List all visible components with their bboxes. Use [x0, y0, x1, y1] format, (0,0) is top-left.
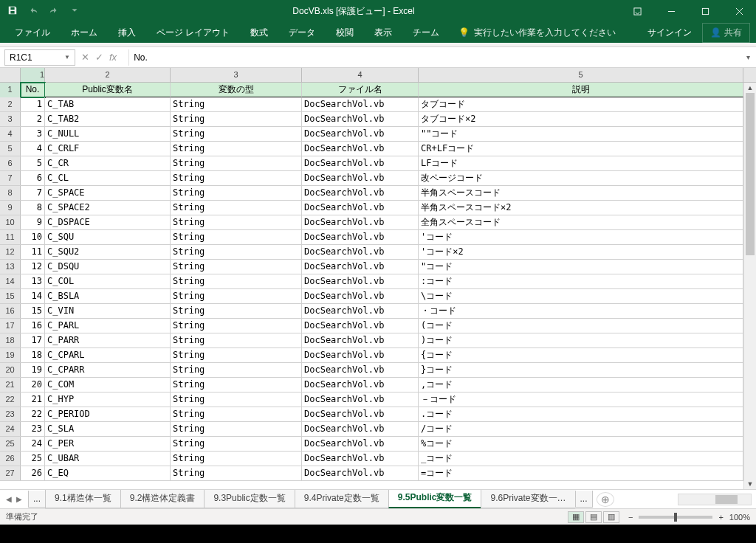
cell-no[interactable]: 16: [21, 319, 45, 333]
cell-varname[interactable]: C_TAB2: [45, 112, 171, 126]
tab-pagelayout[interactable]: ページ レイアウト: [148, 23, 238, 43]
enter-icon[interactable]: ✓: [95, 52, 103, 63]
cell-no[interactable]: 3: [21, 127, 45, 141]
cell-desc[interactable]: －コード: [419, 392, 743, 407]
undo-icon[interactable]: [28, 5, 38, 18]
cell-no[interactable]: 4: [21, 142, 45, 156]
scroll-down-icon[interactable]: ▼: [744, 479, 756, 489]
col-header[interactable]: 1: [21, 68, 45, 82]
cell-type[interactable]: String: [171, 466, 302, 480]
row-header[interactable]: 4: [0, 127, 21, 141]
cell-no[interactable]: 1: [21, 97, 45, 111]
cell-varname[interactable]: C_SQU2: [45, 245, 171, 259]
sheet-nav-prev-icon[interactable]: ◀: [6, 495, 12, 503]
cell-varname[interactable]: C_TAB: [45, 97, 171, 111]
cell-type[interactable]: String: [171, 289, 302, 303]
cell-no[interactable]: 19: [21, 363, 45, 377]
cell-file[interactable]: DocSearchVol.vb: [302, 201, 419, 215]
header-cell[interactable]: Public変数名: [45, 83, 171, 97]
cell-desc[interactable]: }コード: [419, 363, 743, 377]
row-header[interactable]: 3: [0, 112, 21, 126]
close-button[interactable]: [722, 0, 756, 22]
cell-no[interactable]: 17: [21, 333, 45, 347]
cell-file[interactable]: DocSearchVol.vb: [302, 363, 419, 377]
header-cell[interactable]: ファイル名: [302, 83, 419, 97]
row-header[interactable]: 17: [0, 319, 21, 333]
cell-desc[interactable]: ,コード: [419, 378, 743, 392]
row-header[interactable]: 22: [0, 392, 21, 407]
cell-no[interactable]: 11: [21, 245, 45, 259]
name-box-dropdown-icon[interactable]: ▼: [64, 54, 70, 60]
maximize-button[interactable]: [688, 0, 722, 22]
cell-type[interactable]: String: [171, 142, 302, 156]
row-header[interactable]: 19: [0, 348, 21, 362]
cell-type[interactable]: String: [171, 215, 302, 229]
row-header[interactable]: 13: [0, 260, 21, 274]
row-header[interactable]: 2: [0, 97, 21, 111]
cell-no[interactable]: 6: [21, 171, 45, 185]
minimize-button[interactable]: [654, 0, 688, 22]
cell-file[interactable]: DocSearchVol.vb: [302, 97, 419, 111]
cell-varname[interactable]: C_CL: [45, 171, 171, 185]
cell-desc[interactable]: .コード: [419, 407, 743, 421]
horizontal-scrollbar[interactable]: [678, 494, 752, 505]
cell-file[interactable]: DocSearchVol.vb: [302, 274, 419, 288]
cell-desc[interactable]: タブコード×2: [419, 112, 743, 126]
cell-file[interactable]: DocSearchVol.vb: [302, 156, 419, 170]
cell-desc[interactable]: \コード: [419, 289, 743, 303]
cell-varname[interactable]: C_EQ: [45, 466, 171, 480]
cell-file[interactable]: DocSearchVol.vb: [302, 392, 419, 407]
cell-varname[interactable]: C_HYP: [45, 392, 171, 407]
scroll-thumb[interactable]: [746, 93, 755, 255]
cell-file[interactable]: DocSearchVol.vb: [302, 289, 419, 303]
fx-button[interactable]: fx: [109, 52, 123, 63]
cell-file[interactable]: DocSearchVol.vb: [302, 230, 419, 244]
cell-no[interactable]: 8: [21, 201, 45, 215]
cell-type[interactable]: String: [171, 392, 302, 407]
cell-desc[interactable]: タブコード: [419, 97, 743, 111]
sheet-tab-ellipsis[interactable]: ...: [575, 491, 593, 508]
cell-desc[interactable]: %コード: [419, 437, 743, 451]
cell-file[interactable]: DocSearchVol.vb: [302, 348, 419, 362]
row-header[interactable]: 6: [0, 156, 21, 170]
cell-desc[interactable]: /コード: [419, 422, 743, 436]
cell-file[interactable]: DocSearchVol.vb: [302, 112, 419, 126]
select-all-corner[interactable]: [0, 68, 21, 82]
cell-desc[interactable]: =コード: [419, 466, 743, 480]
formula-input[interactable]: No.: [128, 49, 740, 66]
cell-varname[interactable]: C_CRLF: [45, 142, 171, 156]
cell-no[interactable]: 24: [21, 437, 45, 451]
signin-button[interactable]: サインイン: [640, 23, 699, 43]
cell-varname[interactable]: C_SPACE: [45, 186, 171, 200]
scroll-up-icon[interactable]: ▲: [744, 83, 756, 93]
sheet-tab[interactable]: 9.5Public変数一覧: [388, 490, 482, 508]
cell-varname[interactable]: C_DSPACE: [45, 215, 171, 229]
tab-team[interactable]: チーム: [404, 23, 448, 43]
cell-varname[interactable]: C_NULL: [45, 127, 171, 141]
sheet-tab[interactable]: 9.3Public定数一覧: [204, 490, 295, 508]
tab-file[interactable]: ファイル: [6, 23, 59, 43]
col-header[interactable]: 3: [171, 68, 302, 82]
row-header[interactable]: 5: [0, 142, 21, 156]
cell-file[interactable]: DocSearchVol.vb: [302, 407, 419, 421]
cell-varname[interactable]: C_COM: [45, 378, 171, 392]
cell-type[interactable]: String: [171, 422, 302, 436]
row-header[interactable]: 10: [0, 215, 21, 229]
add-sheet-button[interactable]: ⊕: [597, 492, 614, 507]
cell-varname[interactable]: C_SPACE2: [45, 201, 171, 215]
cell-file[interactable]: DocSearchVol.vb: [302, 452, 419, 466]
cell-type[interactable]: String: [171, 304, 302, 318]
view-pagelayout-icon[interactable]: ▤: [585, 511, 602, 523]
cell-file[interactable]: DocSearchVol.vb: [302, 127, 419, 141]
cancel-icon[interactable]: ✕: [81, 52, 89, 63]
cell-type[interactable]: String: [171, 260, 302, 274]
cell-type[interactable]: String: [171, 348, 302, 362]
cell-desc[interactable]: :コード: [419, 274, 743, 288]
cell-type[interactable]: String: [171, 230, 302, 244]
redo-icon[interactable]: [49, 5, 59, 18]
cell-desc[interactable]: "コード: [419, 260, 743, 274]
row-header[interactable]: 14: [0, 274, 21, 288]
cell-no[interactable]: 26: [21, 466, 45, 480]
cell-varname[interactable]: C_COL: [45, 274, 171, 288]
cell-desc[interactable]: 全角スペースコード: [419, 215, 743, 229]
